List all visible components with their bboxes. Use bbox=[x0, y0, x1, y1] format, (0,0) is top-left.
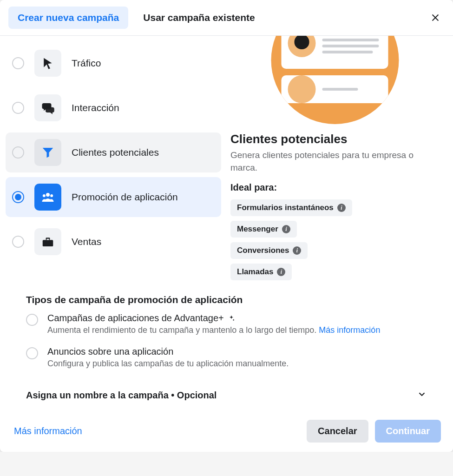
info-icon[interactable]: i bbox=[277, 268, 285, 276]
cancel-button[interactable]: Cancelar bbox=[307, 420, 368, 443]
detail-title: Clientes potenciales bbox=[230, 132, 439, 146]
svg-point-1 bbox=[43, 194, 46, 197]
svg-rect-3 bbox=[43, 240, 53, 246]
section-title: Tipos de campaña de promoción de aplicac… bbox=[26, 294, 427, 305]
modal-footer: Más información Cancelar Continuar bbox=[0, 412, 453, 452]
objective-icon-box bbox=[34, 50, 61, 77]
cursor-icon bbox=[41, 56, 55, 70]
radio-input[interactable] bbox=[12, 191, 24, 203]
chip-label: Messenger bbox=[237, 225, 278, 234]
option-description-text: Aumenta el rendimiento de tu campaña y m… bbox=[47, 325, 319, 335]
svg-rect-5 bbox=[47, 239, 49, 240]
chevron-down-icon bbox=[417, 389, 427, 401]
objective-leads[interactable]: Clientes potenciales bbox=[6, 132, 221, 172]
objective-sales[interactable]: Ventas bbox=[6, 222, 221, 262]
ideal-for-heading: Ideal para: bbox=[230, 182, 439, 193]
radio-input[interactable] bbox=[12, 146, 24, 159]
objective-engagement[interactable]: Interacción bbox=[6, 88, 221, 128]
ideal-for-chips: Formularios instantáneos i Messenger i C… bbox=[230, 199, 439, 280]
objective-icon-box bbox=[34, 139, 61, 166]
chip-messenger: Messenger i bbox=[230, 221, 297, 238]
objective-traffic[interactable]: Tráfico bbox=[6, 43, 221, 83]
chip-instant-forms: Formularios instantáneos i bbox=[230, 199, 352, 216]
radio-input[interactable] bbox=[26, 314, 38, 326]
learn-more-link[interactable]: Más información bbox=[319, 325, 380, 335]
objective-detail-panel: Clientes potenciales Genera clientes pot… bbox=[223, 36, 453, 280]
objective-icon-box bbox=[34, 94, 61, 121]
option-advantage-plus[interactable]: Campañas de aplicaciones de Advantage+ A… bbox=[26, 313, 427, 335]
option-title-text: Campañas de aplicaciones de Advantage+ bbox=[47, 313, 224, 324]
people-group-icon bbox=[41, 190, 55, 204]
briefcase-icon bbox=[41, 235, 55, 249]
tab-use-existing-campaign[interactable]: Usar campaña existente bbox=[134, 7, 264, 29]
objective-app-promotion[interactable]: Promoción de aplicación bbox=[6, 177, 221, 217]
radio-input[interactable] bbox=[26, 347, 38, 359]
svg-point-0 bbox=[46, 193, 50, 197]
info-icon[interactable]: i bbox=[293, 246, 301, 255]
chip-label: Formularios instantáneos bbox=[237, 203, 334, 212]
footer-more-info-link[interactable]: Más información bbox=[14, 426, 82, 436]
objective-list: Tráfico Interacción Clientes potenciales bbox=[0, 36, 223, 280]
detail-illustration bbox=[270, 36, 400, 126]
tab-create-new-campaign[interactable]: Crear nueva campaña bbox=[8, 7, 128, 29]
sparkle-icon bbox=[228, 315, 235, 322]
radio-input[interactable] bbox=[12, 57, 24, 69]
modal-content: Tráfico Interacción Clientes potenciales bbox=[0, 36, 453, 280]
radio-input[interactable] bbox=[12, 236, 24, 248]
detail-description: Genera clientes potenciales para tu empr… bbox=[230, 149, 439, 174]
radio-input[interactable] bbox=[12, 102, 24, 114]
objective-label: Ventas bbox=[72, 236, 101, 247]
close-button[interactable] bbox=[426, 8, 445, 27]
chip-label: Llamadas bbox=[237, 267, 273, 277]
close-icon bbox=[430, 13, 440, 23]
objective-icon-box bbox=[34, 228, 61, 255]
chat-bubbles-icon bbox=[41, 101, 55, 115]
objective-label: Promoción de aplicación bbox=[72, 192, 178, 203]
option-manual-app-ads[interactable]: Anuncios sobre una aplicación Configura … bbox=[26, 346, 427, 369]
option-description: Configura y publica las campañas de tu a… bbox=[47, 359, 427, 369]
objective-label: Tráfico bbox=[72, 58, 101, 69]
modal-header: Crear nueva campaña Usar campaña existen… bbox=[0, 0, 453, 36]
continue-button[interactable]: Continuar bbox=[375, 420, 441, 443]
info-icon[interactable]: i bbox=[337, 204, 346, 212]
create-campaign-modal: Crear nueva campaña Usar campaña existen… bbox=[0, 0, 453, 452]
chip-conversions: Conversiones i bbox=[230, 242, 308, 259]
svg-point-2 bbox=[50, 194, 53, 197]
chip-calls: Llamadas i bbox=[230, 264, 292, 280]
option-description: Aumenta el rendimiento de tu campaña y m… bbox=[47, 325, 427, 335]
chip-label: Conversiones bbox=[237, 246, 289, 255]
assign-name-title: Asigna un nombre a la campaña • Opcional bbox=[26, 390, 217, 401]
option-title: Campañas de aplicaciones de Advantage+ bbox=[47, 313, 427, 324]
objective-label: Clientes potenciales bbox=[72, 147, 159, 158]
info-icon[interactable]: i bbox=[282, 225, 290, 233]
option-title: Anuncios sobre una aplicación bbox=[47, 346, 427, 357]
assign-name-row[interactable]: Asigna un nombre a la campaña • Opcional bbox=[0, 384, 453, 412]
campaign-types-section: Tipos de campaña de promoción de aplicac… bbox=[0, 280, 453, 384]
funnel-icon bbox=[41, 145, 55, 159]
objective-label: Interacción bbox=[72, 102, 119, 113]
objective-icon-box bbox=[34, 184, 61, 211]
